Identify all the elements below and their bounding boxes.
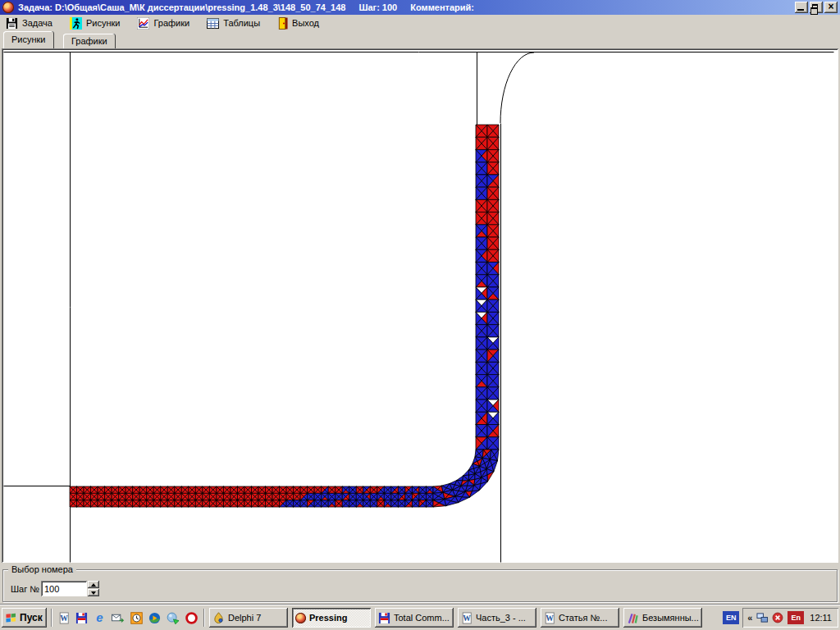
minimize-button[interactable] xyxy=(795,2,808,13)
tray-wrap: EN « En 12:11 xyxy=(723,608,838,628)
tab-pictures[interactable]: Рисунки xyxy=(3,31,54,48)
windows-flag-icon xyxy=(5,613,17,623)
step-down-button[interactable] xyxy=(88,589,99,596)
task-word-doc-1[interactable]: WЧасть_3 - ... xyxy=(458,608,536,628)
task-word-doc-2[interactable]: WСтатья №... xyxy=(541,608,619,628)
task-pressing[interactable]: Pressing xyxy=(292,608,371,628)
close-button[interactable]: × xyxy=(824,2,838,13)
tray-icons xyxy=(756,612,783,623)
task-pressing-label: Pressing xyxy=(309,613,347,623)
task-delphi-label: Delphi 7 xyxy=(228,613,261,623)
toolbar: ЗадачаРисункиГрафикиТаблицыВыход xyxy=(0,15,840,31)
delphi-icon xyxy=(212,612,225,624)
system-tray: « En 12:11 xyxy=(742,608,838,628)
svg-text:W: W xyxy=(60,614,68,623)
tab-bar: РисункиГрафики xyxy=(0,31,840,48)
task-button[interactable]: Задача xyxy=(2,16,56,30)
table-icon xyxy=(207,17,219,30)
total-commander-icon[interactable] xyxy=(75,612,88,624)
download-sphere-icon[interactable] xyxy=(167,612,180,624)
step-up-button[interactable] xyxy=(88,581,99,588)
tables-button[interactable]: Таблицы xyxy=(203,16,263,30)
step-panel: Выбор номера Шаг № xyxy=(0,563,840,605)
taskbar-separator xyxy=(51,609,52,627)
pictures-button[interactable]: Рисунки xyxy=(66,16,124,30)
save-icon xyxy=(6,17,18,30)
title-step: Шаг: 100 xyxy=(358,2,397,12)
word-icon: W xyxy=(544,612,555,624)
language-indicator[interactable]: EN xyxy=(723,611,739,624)
opera-icon[interactable] xyxy=(185,612,198,624)
exit-button-label: Выход xyxy=(292,18,319,28)
scheduler-icon[interactable] xyxy=(130,612,143,624)
task-delphi[interactable]: Delphi 7 xyxy=(209,608,288,628)
task-untitled[interactable]: Безымянны... xyxy=(623,608,702,628)
tray-chevron-icon[interactable]: « xyxy=(747,613,752,623)
svg-text:W: W xyxy=(546,614,554,623)
word-icon[interactable]: W xyxy=(58,612,70,624)
title-comment: Комментарий: xyxy=(410,2,474,12)
pictures-button-label: Рисунки xyxy=(86,18,121,28)
window-title: Задача: D:\Общая\Саша_М\К диссертации\pr… xyxy=(18,2,487,12)
network-icon[interactable] xyxy=(756,612,769,623)
task-untitled-label: Безымянны... xyxy=(642,613,699,623)
punto-language-indicator[interactable]: En xyxy=(788,611,804,624)
task-button-label: Задача xyxy=(22,18,52,28)
start-button[interactable]: Пуск xyxy=(2,608,47,628)
task-total-commander-label: Total Comm... xyxy=(394,613,450,623)
window-controls: × xyxy=(795,2,838,13)
minimize-icon xyxy=(797,9,804,11)
taskbar-separator xyxy=(203,609,205,627)
step-spinner xyxy=(88,581,99,596)
task-word-doc-1-label: Часть_3 - ... xyxy=(476,613,526,623)
outlook-express-icon[interactable] xyxy=(112,612,125,624)
ie-icon[interactable]: e xyxy=(94,612,106,624)
colored-pencils-icon xyxy=(627,612,639,624)
tray-clock: 12:11 xyxy=(808,613,833,623)
task-word-doc-2-label: Статья №... xyxy=(559,613,608,623)
tab-charts[interactable]: Графики xyxy=(63,34,116,48)
word-icon: W xyxy=(461,612,472,624)
step-group-title: Выбор номера xyxy=(8,564,76,574)
step-number-label: Шаг № xyxy=(11,584,39,594)
step-group-box: Выбор номера Шаг № xyxy=(2,569,838,602)
restore-button[interactable] xyxy=(810,2,823,13)
title-task-path: Задача: D:\Общая\Саша_М\К диссертации\pr… xyxy=(18,2,345,12)
quick-launch: We xyxy=(57,612,199,624)
task-buttons: Delphi 7PressingTotal Comm...WЧасть_3 - … xyxy=(209,608,702,628)
door-icon xyxy=(277,17,288,30)
drawing-area xyxy=(2,48,838,563)
taskbar: Пуск We Delphi 7PressingTotal Comm...WЧа… xyxy=(0,605,840,630)
chart-icon xyxy=(137,17,149,30)
media-player-icon[interactable] xyxy=(148,612,161,624)
exit-button[interactable]: Выход xyxy=(274,16,322,30)
runner-icon xyxy=(70,17,82,30)
fem-mesh-canvas xyxy=(2,48,838,563)
title-bar: Задача: D:\Общая\Саша_М\К диссертации\pr… xyxy=(0,0,840,15)
charts-button-label: Графики xyxy=(153,18,189,28)
svg-text:W: W xyxy=(463,614,471,623)
screen: { "window": { "title_task": "Задача: D:\… xyxy=(0,0,840,630)
start-label: Пуск xyxy=(20,612,43,623)
charts-button[interactable]: Графики xyxy=(134,16,193,30)
app-icon xyxy=(2,2,14,13)
total-commander-icon xyxy=(378,612,390,624)
shield-icon[interactable] xyxy=(772,612,783,623)
restore-icon xyxy=(812,4,818,10)
pressing-icon xyxy=(295,613,306,623)
tables-button-label: Таблицы xyxy=(223,18,260,28)
task-total-commander[interactable]: Total Comm... xyxy=(375,608,454,628)
step-number-input[interactable] xyxy=(41,581,87,596)
